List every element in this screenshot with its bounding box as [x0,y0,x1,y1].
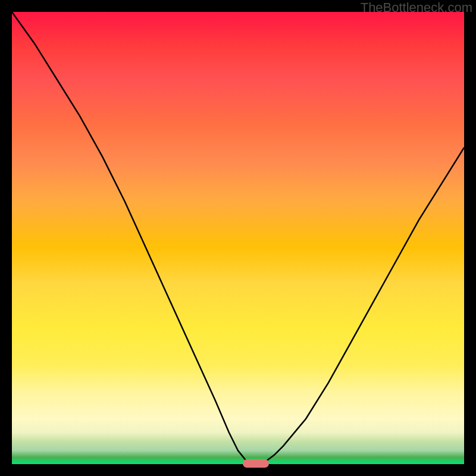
plot-area [12,12,464,464]
bottleneck-curve [12,12,464,464]
optimal-marker [243,459,269,468]
chart-container: TheBottleneck.com [0,0,476,476]
watermark-text: TheBottleneck.com [361,0,472,15]
